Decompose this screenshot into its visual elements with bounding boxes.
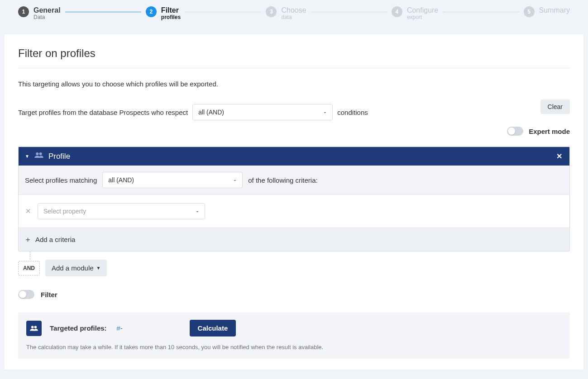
main-panel: Filter on profiles This targeting allows… <box>5 34 583 370</box>
step-choose[interactable]: 3 Choose data <box>266 6 306 21</box>
wizard-footer: Previous Next <box>5 374 583 379</box>
add-module-label: Add a module <box>52 264 94 272</box>
add-criteria-button[interactable]: ＋ Add a criteria <box>19 228 569 251</box>
chevron-down-icon <box>232 177 238 183</box>
step-filter[interactable]: 2 Filter profiles <box>146 6 181 21</box>
divider <box>18 68 570 68</box>
step-title: Choose <box>281 6 306 14</box>
targeted-profiles-label: Targeted profiles: <box>50 324 107 332</box>
step-connector <box>311 12 387 12</box>
match-select-value: all (AND) <box>108 176 134 184</box>
close-icon[interactable]: ✕ <box>555 152 563 161</box>
step-connector <box>65 12 141 12</box>
step-number: 1 <box>18 6 29 17</box>
target-prefix-label: Target profiles from the database Prospe… <box>18 109 188 116</box>
conditions-select[interactable]: all (AND) <box>192 104 333 120</box>
svg-point-3 <box>34 326 37 328</box>
step-title: Filter <box>161 6 181 14</box>
vertical-connector <box>30 251 570 260</box>
step-title: Configure <box>407 6 438 14</box>
chevron-down-icon <box>322 109 328 115</box>
step-subtitle: data <box>281 14 306 21</box>
profile-module-header[interactable]: ▼ Profile ✕ <box>19 147 569 166</box>
step-title: Summary <box>539 6 570 14</box>
plus-icon: ＋ <box>24 234 32 245</box>
clear-button[interactable]: Clear <box>540 99 570 114</box>
step-subtitle: profiles <box>161 14 181 21</box>
step-number: 3 <box>266 6 277 17</box>
svg-point-0 <box>36 152 38 155</box>
conditions-select-value: all (AND) <box>198 109 224 116</box>
profile-module: ▼ Profile ✕ Select profiles matching all… <box>18 147 570 251</box>
profile-module-title: Profile <box>48 152 70 161</box>
and-combinator[interactable]: AND <box>18 261 40 275</box>
page-title: Filter on profiles <box>18 47 570 60</box>
step-number: 5 <box>524 6 535 17</box>
step-subtitle: Data <box>33 14 61 21</box>
step-number: 4 <box>392 6 402 17</box>
svg-point-2 <box>31 326 34 328</box>
filter-toggle[interactable] <box>18 290 34 299</box>
match-suffix-label: of the following criteria: <box>248 176 317 184</box>
step-number: 2 <box>146 6 157 17</box>
property-placeholder: Select property <box>43 208 86 215</box>
remove-criteria-icon[interactable]: ✕ <box>25 207 31 215</box>
match-select[interactable]: all (AND) <box>102 172 243 188</box>
target-suffix-label: conditions <box>337 109 368 116</box>
add-criteria-label: Add a criteria <box>35 236 75 243</box>
add-module-button[interactable]: Add a module ▼ <box>45 260 107 276</box>
targeted-profiles-dash: - <box>120 325 123 332</box>
match-prefix-label: Select profiles matching <box>25 176 97 184</box>
caret-down-icon: ▼ <box>25 154 29 159</box>
step-subtitle: export <box>407 14 438 21</box>
criteria-row: ✕ Select property <box>19 195 569 228</box>
chevron-down-icon <box>195 208 200 214</box>
step-title: General <box>33 6 61 14</box>
filter-toggle-label: Filter <box>41 291 57 298</box>
people-icon <box>26 321 42 336</box>
svg-point-1 <box>39 152 42 155</box>
targeted-profiles-link[interactable]: # <box>117 324 120 332</box>
step-connector <box>443 12 519 12</box>
step-general[interactable]: 1 General Data <box>18 6 61 21</box>
property-select[interactable]: Select property <box>38 203 205 219</box>
targeted-profiles-box: Targeted profiles: #- Calculate The calc… <box>18 313 570 359</box>
calculate-button[interactable]: Calculate <box>190 320 236 336</box>
people-icon <box>34 152 44 161</box>
step-summary[interactable]: 5 Summary <box>524 6 570 17</box>
step-configure[interactable]: 4 Configure export <box>392 6 438 21</box>
step-connector <box>185 12 261 12</box>
expert-mode-label: Expert mode <box>529 128 570 135</box>
expert-mode-toggle[interactable] <box>507 127 523 136</box>
caret-down-icon: ▼ <box>96 265 101 270</box>
wizard-stepper: 1 General Data 2 Filter profiles 3 Choos… <box>0 0 588 34</box>
page-description: This targeting allows you to choose whic… <box>18 80 570 88</box>
calculation-note: The calculation may take a while. If it … <box>26 344 562 351</box>
